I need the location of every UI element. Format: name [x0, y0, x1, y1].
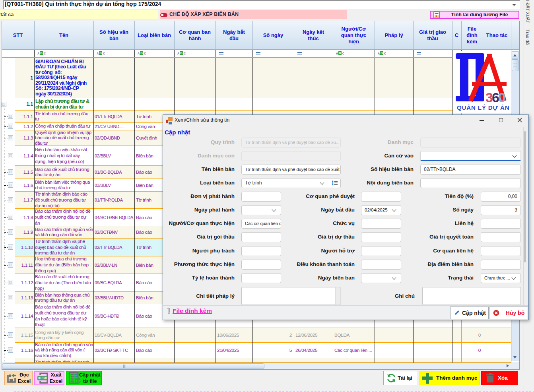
svg-text:XLSX: XLSX [38, 376, 47, 380]
svg-text:360: 360 [485, 90, 505, 105]
svg-text:QUẢN LÝ DỰ ÁN: QUẢN LÝ DỰ ÁN [457, 104, 509, 111]
